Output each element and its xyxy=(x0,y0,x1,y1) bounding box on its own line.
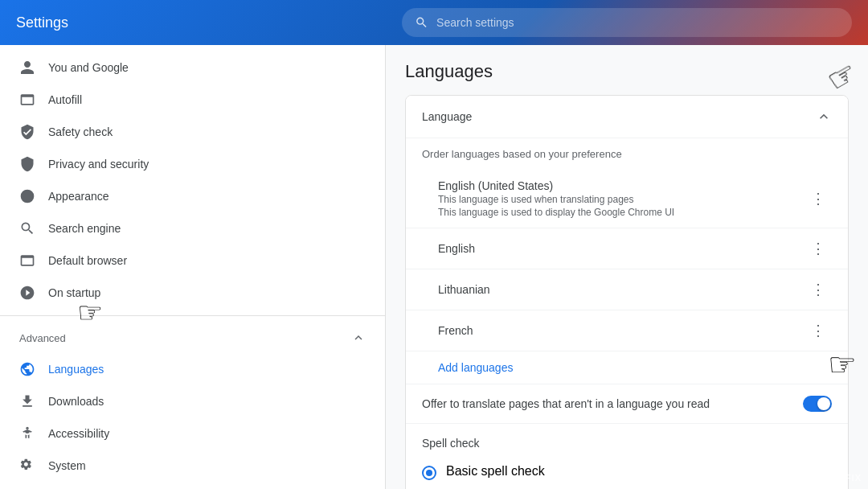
sidebar-item-on-startup[interactable]: On startup xyxy=(0,277,385,309)
sidebar-label-accessibility: Accessibility xyxy=(48,427,109,440)
sidebar-item-downloads[interactable]: Downloads xyxy=(0,385,385,417)
chevron-up-icon-section xyxy=(816,109,832,125)
sidebar-label-on-startup: On startup xyxy=(48,286,100,299)
search-input[interactable] xyxy=(436,16,839,29)
app-title: Settings xyxy=(16,14,386,31)
sidebar-label-privacy-security: Privacy and security xyxy=(48,158,149,171)
basic-spell-check-option[interactable]: Basic spell check xyxy=(422,459,832,485)
sidebar-label-system: System xyxy=(48,459,86,472)
watermark: UGOTFIX xyxy=(817,473,862,483)
language-name-lithuanian: Lithuanian xyxy=(438,283,490,296)
person-icon xyxy=(19,60,35,76)
sidebar-item-you-and-google[interactable]: You and Google xyxy=(0,51,385,84)
sidebar-label-safety-check: Safety check xyxy=(48,125,113,138)
language-section-header[interactable]: Language xyxy=(406,96,848,138)
browser-icon xyxy=(19,253,35,269)
sidebar-item-search-engine[interactable]: Search engine xyxy=(0,212,385,244)
spell-check-section: Spell check Basic spell check Enhanced s… xyxy=(406,423,848,489)
basic-spell-check-info: Basic spell check xyxy=(446,464,545,479)
language-row-english: English ⋮ xyxy=(406,228,848,269)
search-icon-sidebar xyxy=(19,220,35,236)
sidebar-item-safety-check[interactable]: Safety check xyxy=(0,116,385,148)
sidebar-item-privacy-security[interactable]: Privacy and security xyxy=(0,148,385,180)
sidebar-label-default-browser: Default browser xyxy=(48,254,127,267)
sidebar-divider xyxy=(0,315,385,316)
translate-toggle[interactable] xyxy=(803,396,832,412)
language-subheader: Order languages based on your preference xyxy=(406,138,848,170)
sidebar-label-downloads: Downloads xyxy=(48,395,104,408)
basic-spell-check-radio[interactable] xyxy=(422,466,436,480)
language-name-english: English xyxy=(438,242,475,255)
language-row-french: French ⋮ xyxy=(406,310,848,351)
sidebar-label-you-and-google: You and Google xyxy=(48,61,129,74)
language-sub1-english-us: This language is used when translating p… xyxy=(438,194,674,205)
header: Settings xyxy=(0,0,868,45)
svg-point-1 xyxy=(26,427,28,429)
sidebar-label-autofill: Autofill xyxy=(48,93,82,106)
globe-icon xyxy=(19,361,35,377)
translate-row: Offer to translate pages that aren't in … xyxy=(406,384,848,423)
download-icon xyxy=(19,393,35,409)
search-bar[interactable] xyxy=(402,8,852,37)
sidebar-item-appearance[interactable]: Appearance xyxy=(0,180,385,212)
sidebar-label-languages: Languages xyxy=(48,363,104,376)
sidebar-item-languages[interactable]: Languages xyxy=(0,353,385,385)
search-icon xyxy=(415,15,428,30)
language-section-card: Language Order languages based on your p… xyxy=(405,95,849,489)
system-icon xyxy=(19,458,35,474)
add-languages-button[interactable]: Add languages xyxy=(406,351,848,384)
sidebar-item-default-browser[interactable]: Default browser xyxy=(0,244,385,277)
language-menu-english[interactable]: ⋮ xyxy=(805,238,832,259)
language-row-lithuanian: Lithuanian ⋮ xyxy=(406,269,848,310)
chevron-up-icon xyxy=(351,331,366,345)
basic-spell-check-label: Basic spell check xyxy=(446,464,545,479)
language-sub2-english-us: This language is used to display the Goo… xyxy=(438,207,674,218)
language-name-english-us: English (United States) xyxy=(438,179,674,192)
sidebar-item-accessibility[interactable]: Accessibility xyxy=(0,417,385,450)
language-menu-french[interactable]: ⋮ xyxy=(805,320,832,341)
sidebar-label-appearance: Appearance xyxy=(48,190,109,203)
sidebar-item-reset[interactable]: Reset and clean up xyxy=(0,482,385,489)
language-menu-lithuanian[interactable]: ⋮ xyxy=(805,279,832,300)
sidebar-item-system[interactable]: System xyxy=(0,450,385,482)
shield-icon xyxy=(19,124,35,140)
sidebar: You and Google Autofill Safety check Pri… xyxy=(0,45,386,489)
translate-label: Offer to translate pages that aren't in … xyxy=(422,397,710,410)
language-row-english-us: English (United States) This language is… xyxy=(406,170,848,228)
sidebar-item-autofill[interactable]: Autofill xyxy=(0,84,385,116)
startup-icon xyxy=(19,285,35,301)
autofill-icon xyxy=(19,92,35,108)
language-menu-english-us[interactable]: ⋮ xyxy=(805,188,832,209)
page-title: Languages xyxy=(405,61,849,82)
language-header-label: Language xyxy=(422,110,472,123)
privacy-icon xyxy=(19,156,35,172)
sidebar-label-search-engine: Search engine xyxy=(48,222,121,235)
svg-point-0 xyxy=(21,190,35,203)
spell-check-title: Spell check xyxy=(422,437,832,450)
advanced-label: Advanced xyxy=(19,332,66,344)
language-name-french: French xyxy=(438,324,473,337)
advanced-section-header[interactable]: Advanced xyxy=(0,323,385,353)
enhanced-spell-check-option[interactable]: Enhanced spell check Uses the same spell… xyxy=(422,485,832,489)
accessibility-icon xyxy=(19,425,35,442)
language-info-english-us: English (United States) This language is… xyxy=(438,179,674,218)
main-layout: You and Google Autofill Safety check Pri… xyxy=(0,45,868,489)
appearance-icon xyxy=(19,188,35,204)
content-area: Languages Language Order languages based… xyxy=(386,45,868,489)
